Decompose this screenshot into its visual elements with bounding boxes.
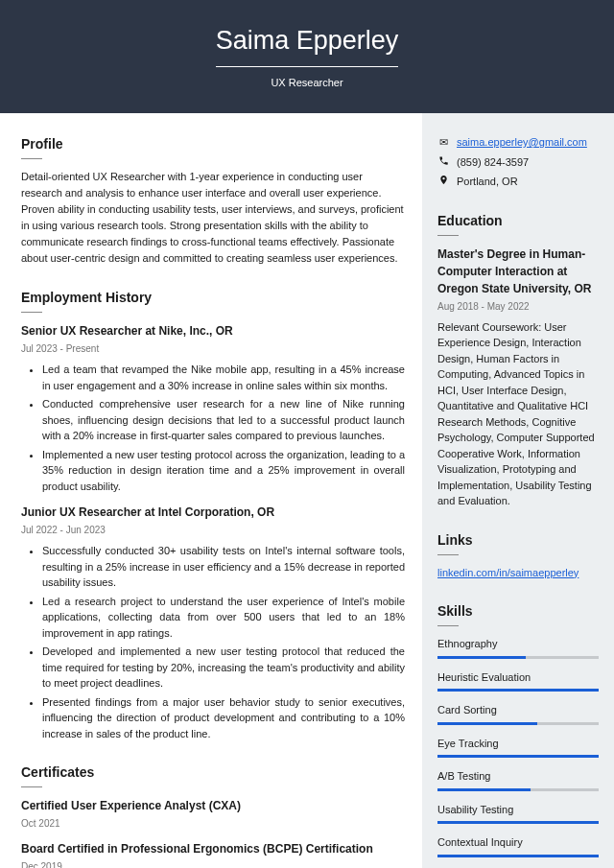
skill-bar [437, 755, 599, 758]
skill-row: Usability Testing [437, 802, 599, 825]
job-title: Junior UX Researcher at Intel Corporatio… [21, 504, 405, 521]
main-column: Profile Detail-oriented UX Researcher wi… [0, 113, 422, 868]
skill-name: Usability Testing [437, 802, 599, 818]
list-item: Conducted comprehensive user research fo… [42, 396, 405, 444]
profile-heading: Profile [21, 134, 405, 154]
education-heading: Education [437, 211, 599, 231]
email-icon: ✉ [437, 134, 449, 151]
location-icon [437, 174, 449, 190]
contact-section: ✉ saima.epperley@gmail.com (859) 824-359… [437, 134, 599, 190]
job-title-subtitle: UX Researcher [0, 75, 614, 91]
job-entry: Junior UX Researcher at Intel Corporatio… [21, 504, 405, 741]
profile-section: Profile Detail-oriented UX Researcher wi… [21, 134, 405, 267]
job-title: Senior UX Researcher at Nike, Inc., OR [21, 322, 405, 340]
skill-row: Ethnography [437, 636, 599, 659]
links-heading: Links [437, 530, 599, 551]
person-name: Saima Epperley [216, 21, 399, 67]
contact-phone-row: (859) 824-3597 [437, 154, 599, 171]
skill-name: Eye Tracking [437, 736, 599, 752]
skill-row: Card Sorting [437, 702, 599, 725]
certificate-title: Board Certified in Professional Ergonomi… [21, 840, 405, 857]
skills-section: Skills EthnographyHeuristic EvaluationCa… [437, 601, 599, 857]
contact-email-row: ✉ saima.epperley@gmail.com [437, 134, 599, 151]
sidebar-column: ✉ saima.epperley@gmail.com (859) 824-359… [422, 113, 614, 868]
skill-bar-fill [437, 855, 599, 857]
education-dates: Aug 2018 - May 2022 [437, 299, 599, 314]
skill-name: Card Sorting [437, 702, 599, 718]
skill-bar-fill [437, 755, 599, 758]
skill-bar [437, 689, 599, 692]
contact-location-row: Portland, OR [437, 174, 599, 190]
location-text: Portland, OR [457, 174, 518, 190]
job-dates: Jul 2022 - Jun 2023 [21, 523, 405, 537]
section-rule [437, 235, 459, 236]
skill-name: Contextual Inquiry [437, 834, 599, 851]
employment-section: Employment History Senior UX Researcher … [21, 288, 405, 741]
skills-heading: Skills [437, 601, 599, 622]
certificate-date: Oct 2021 [21, 816, 405, 831]
education-coursework: Relevant Coursework: User Experience Des… [437, 319, 599, 509]
certificates-heading: Certificates [21, 762, 405, 783]
list-item: Implemented a new user testing protocol … [42, 447, 405, 495]
links-section: Links linkedin.com/in/saimaepperley [437, 530, 599, 581]
list-item: Successfully conducted 30+ usability tes… [42, 543, 405, 591]
job-bullets: Successfully conducted 30+ usability tes… [21, 543, 405, 741]
list-item: Developed and implemented a new user tes… [42, 644, 405, 692]
list-item: Led a research project to understand the… [42, 594, 405, 642]
phone-text: (859) 824-3597 [457, 154, 529, 171]
skill-bar [437, 722, 599, 725]
document-header: Saima Epperley UX Researcher [0, 0, 614, 113]
certificate-entry: Board Certified in Professional Ergonomi… [21, 840, 405, 868]
list-item: Led a team that revamped the Nike mobile… [42, 362, 405, 393]
skill-bar-fill [437, 821, 599, 824]
job-entry: Senior UX Researcher at Nike, Inc., OR J… [21, 322, 405, 494]
skill-bar-fill [437, 656, 526, 659]
skill-name: Ethnography [437, 636, 599, 652]
job-dates: Jul 2023 - Present [21, 341, 405, 356]
section-rule [437, 554, 459, 555]
job-bullets: Led a team that revamped the Nike mobile… [21, 362, 405, 494]
email-link[interactable]: saima.epperley@gmail.com [457, 134, 587, 151]
skill-name: Heuristic Evaluation [437, 669, 599, 686]
list-item: Presented findings from a major user beh… [42, 694, 405, 742]
section-rule [21, 312, 42, 313]
section-rule [21, 158, 42, 159]
skill-bar [437, 821, 599, 824]
skill-bar [437, 855, 599, 857]
certificate-date: Dec 2019 [21, 859, 405, 868]
profile-text: Detail-oriented UX Researcher with 1-yea… [21, 169, 405, 267]
section-rule [437, 625, 459, 626]
education-section: Education Master's Degree in Human-Compu… [437, 211, 599, 509]
skill-bar [437, 656, 599, 659]
linkedin-link[interactable]: linkedin.com/in/saimaepperley [437, 567, 579, 578]
skill-bar-fill [437, 788, 531, 791]
certificate-title: Certified User Experience Analyst (CXA) [21, 797, 405, 814]
skill-bar [437, 788, 599, 791]
certificates-section: Certificates Certified User Experience A… [21, 762, 405, 868]
skill-bar-fill [437, 722, 537, 725]
skill-row: A/B Testing [437, 768, 599, 791]
section-rule [21, 786, 42, 787]
education-degree: Master's Degree in Human-Computer Intera… [437, 246, 599, 297]
skill-row: Heuristic Evaluation [437, 669, 599, 692]
document-body: Profile Detail-oriented UX Researcher wi… [0, 113, 614, 868]
skill-row: Eye Tracking [437, 736, 599, 759]
phone-icon [437, 154, 449, 171]
skill-row: Contextual Inquiry [437, 834, 599, 857]
certificate-entry: Certified User Experience Analyst (CXA) … [21, 797, 405, 831]
employment-heading: Employment History [21, 288, 405, 308]
skill-bar-fill [437, 689, 599, 692]
skill-name: A/B Testing [437, 768, 599, 785]
